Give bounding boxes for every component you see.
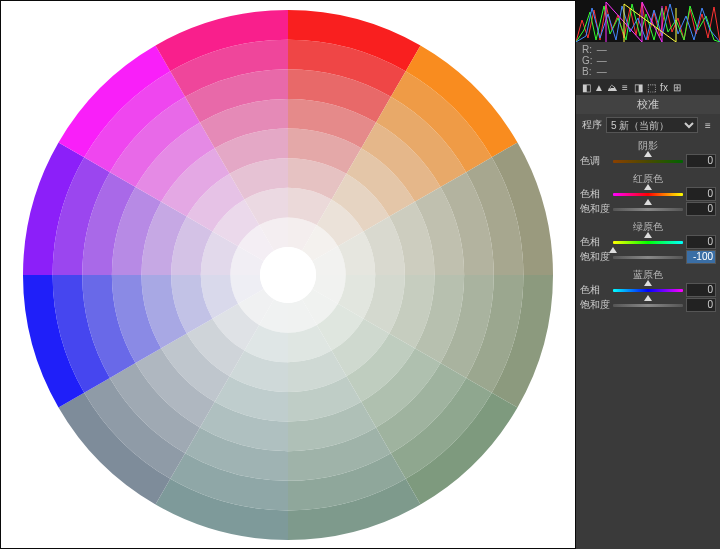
red-sat-label: 饱和度 <box>580 202 610 216</box>
preset-row: 程序 5 新（当前） ≡ <box>576 114 720 136</box>
blue-hue-value[interactable]: 0 <box>686 283 716 297</box>
b-value: — <box>597 66 609 77</box>
section-blue: 蓝原色 色相 0 饱和度 0 <box>576 265 720 313</box>
red-hue-label: 色相 <box>580 187 610 201</box>
tab-detail-icon[interactable]: ⛰ <box>606 81 618 93</box>
tab-hsl-icon[interactable]: ≡ <box>619 81 631 93</box>
svg-point-0 <box>260 247 316 303</box>
green-hue-value[interactable]: 0 <box>686 235 716 249</box>
tab-crop-icon[interactable]: ◧ <box>580 81 592 93</box>
blue-hue-label: 色相 <box>580 283 610 297</box>
shadow-tint-label: 色调 <box>580 154 610 168</box>
green-sat-value[interactable]: -100 <box>686 250 716 264</box>
tab-fx-icon[interactable]: fx <box>658 81 670 93</box>
green-sat-slider[interactable] <box>613 250 683 264</box>
tab-lens-icon[interactable]: ⬚ <box>645 81 657 93</box>
green-sat-label: 饱和度 <box>580 250 610 264</box>
side-panel: R: — G: — B: — ◧ ▲ ⛰ ≡ ◨ ⬚ fx ⊞ 校准 程序 5 … <box>576 0 720 549</box>
shadow-tint-slider[interactable] <box>613 154 683 168</box>
preview-area <box>0 0 576 549</box>
g-label: G: <box>582 55 594 66</box>
section-shadow: 阴影 色调 0 <box>576 136 720 169</box>
tab-split-icon[interactable]: ◨ <box>632 81 644 93</box>
section-green: 绿原色 色相 0 饱和度 -100 <box>576 217 720 265</box>
red-sat-slider[interactable] <box>613 202 683 216</box>
r-label: R: <box>582 44 594 55</box>
color-wheel <box>18 5 558 545</box>
tab-calibrate-icon[interactable]: ⊞ <box>671 81 683 93</box>
tab-tone-icon[interactable]: ▲ <box>593 81 605 93</box>
preset-select[interactable]: 5 新（当前） <box>606 117 698 133</box>
panel-tabs: ◧ ▲ ⛰ ≡ ◨ ⬚ fx ⊞ <box>576 79 720 95</box>
g-value: — <box>597 55 609 66</box>
histogram[interactable] <box>576 0 720 42</box>
red-sat-value[interactable]: 0 <box>686 202 716 216</box>
panel-title: 校准 <box>576 95 720 114</box>
r-value: — <box>597 44 609 55</box>
blue-sat-value[interactable]: 0 <box>686 298 716 312</box>
b-label: B: <box>582 66 594 77</box>
blue-sat-slider[interactable] <box>613 298 683 312</box>
preset-menu-icon[interactable]: ≡ <box>702 120 714 131</box>
section-red: 红原色 色相 0 饱和度 0 <box>576 169 720 217</box>
red-hue-value[interactable]: 0 <box>686 187 716 201</box>
green-hue-label: 色相 <box>580 235 610 249</box>
green-hue-slider[interactable] <box>613 235 683 249</box>
rgb-readout: R: — G: — B: — <box>576 42 720 79</box>
shadow-tint-value[interactable]: 0 <box>686 154 716 168</box>
preset-label: 程序 <box>582 118 602 132</box>
blue-sat-label: 饱和度 <box>580 298 610 312</box>
